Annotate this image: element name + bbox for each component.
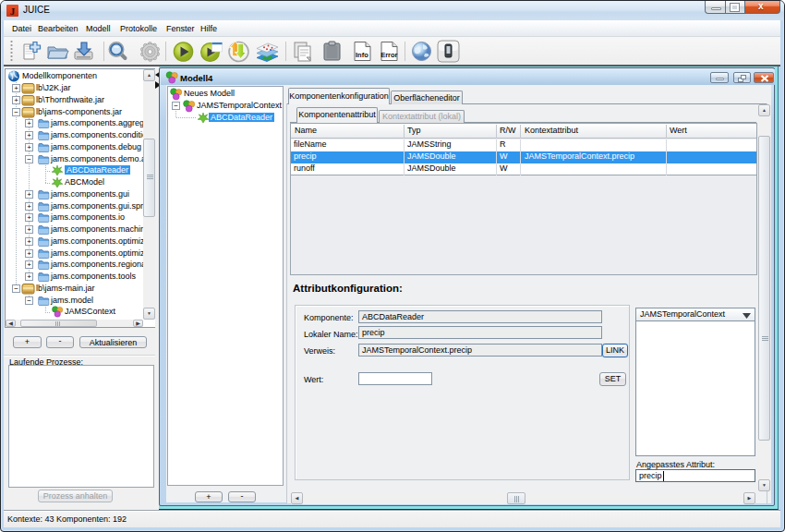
svg-text:Info: Info: [356, 51, 368, 59]
svg-text:Error: Error: [380, 51, 397, 59]
